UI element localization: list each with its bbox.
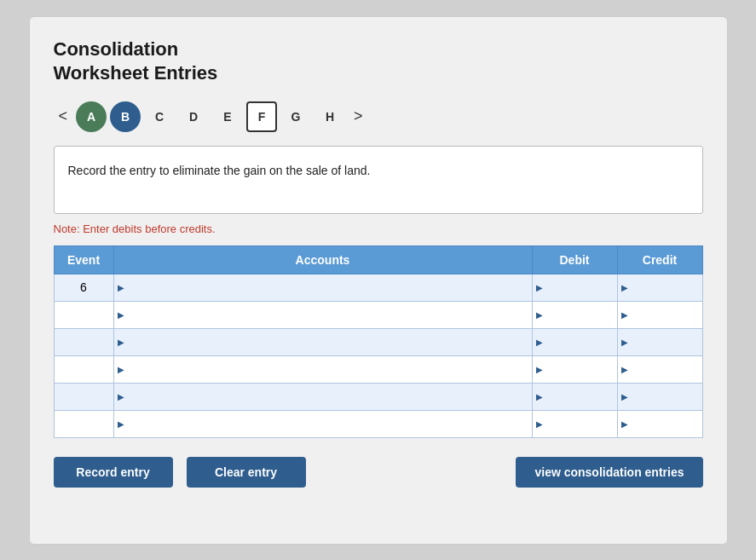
table-row bbox=[54, 355, 702, 383]
accounts-cell-2[interactable] bbox=[113, 301, 532, 328]
tab-H[interactable]: H bbox=[315, 101, 345, 132]
col-header-event: Event bbox=[54, 245, 113, 274]
debit-cell-6[interactable] bbox=[532, 410, 617, 437]
credit-cell-5[interactable] bbox=[617, 383, 702, 410]
credit-cell-3[interactable] bbox=[617, 328, 702, 355]
table-row: 6 bbox=[54, 274, 702, 301]
credit-cell-4[interactable] bbox=[617, 355, 702, 383]
event-cell-2[interactable] bbox=[54, 301, 113, 328]
tab-A[interactable]: A bbox=[76, 101, 107, 132]
record-entry-button[interactable]: Record entry bbox=[54, 457, 173, 488]
button-row: Record entry Clear entry view consolidat… bbox=[54, 457, 703, 488]
tab-B[interactable]: B bbox=[110, 101, 141, 132]
note-text: Note: Enter debits before credits. bbox=[54, 222, 703, 235]
event-cell-3[interactable] bbox=[54, 328, 113, 355]
credit-cell-1[interactable] bbox=[617, 274, 702, 301]
credit-cell-2[interactable] bbox=[617, 301, 702, 328]
clear-entry-button[interactable]: Clear entry bbox=[187, 457, 306, 488]
accounts-cell-4[interactable] bbox=[113, 355, 532, 383]
credit-cell-6[interactable] bbox=[617, 410, 702, 437]
tab-F[interactable]: F bbox=[246, 101, 277, 132]
tab-navigation: < A B C D E F G H > bbox=[54, 101, 703, 132]
debit-cell-3[interactable] bbox=[532, 328, 617, 355]
event-cell-1[interactable]: 6 bbox=[54, 274, 113, 301]
col-header-credit: Credit bbox=[617, 245, 702, 274]
tab-prev-arrow[interactable]: < bbox=[54, 104, 73, 129]
event-cell-4[interactable] bbox=[54, 355, 113, 383]
tab-E[interactable]: E bbox=[212, 101, 243, 132]
page-title: ConsolidationWorksheet Entries bbox=[54, 38, 703, 86]
instruction-box: Record the entry to eliminate the gain o… bbox=[54, 146, 703, 214]
tab-D[interactable]: D bbox=[178, 101, 209, 132]
debit-cell-1[interactable] bbox=[532, 274, 617, 301]
debit-cell-5[interactable] bbox=[532, 383, 617, 410]
table-row bbox=[54, 301, 702, 328]
table-row bbox=[54, 383, 702, 410]
col-header-debit: Debit bbox=[532, 245, 617, 274]
tab-G[interactable]: G bbox=[280, 101, 311, 132]
table-row bbox=[54, 410, 702, 437]
accounts-cell-3[interactable] bbox=[113, 328, 532, 355]
table-row bbox=[54, 328, 702, 355]
accounts-cell-6[interactable] bbox=[113, 410, 532, 437]
col-header-accounts: Accounts bbox=[113, 245, 532, 274]
worksheet-table: Event Accounts Debit Credit 6 bbox=[54, 245, 703, 438]
event-cell-5[interactable] bbox=[54, 383, 113, 410]
instruction-text: Record the entry to eliminate the gain o… bbox=[68, 164, 371, 177]
view-consolidation-button[interactable]: view consolidation entries bbox=[516, 457, 702, 488]
debit-cell-2[interactable] bbox=[532, 301, 617, 328]
tab-next-arrow[interactable]: > bbox=[349, 104, 368, 129]
accounts-cell-5[interactable] bbox=[113, 383, 532, 410]
tab-C[interactable]: C bbox=[144, 101, 175, 132]
event-cell-6[interactable] bbox=[54, 410, 113, 437]
main-card: ConsolidationWorksheet Entries < A B C D… bbox=[29, 16, 728, 545]
accounts-cell-1[interactable] bbox=[113, 274, 532, 301]
debit-cell-4[interactable] bbox=[532, 355, 617, 383]
